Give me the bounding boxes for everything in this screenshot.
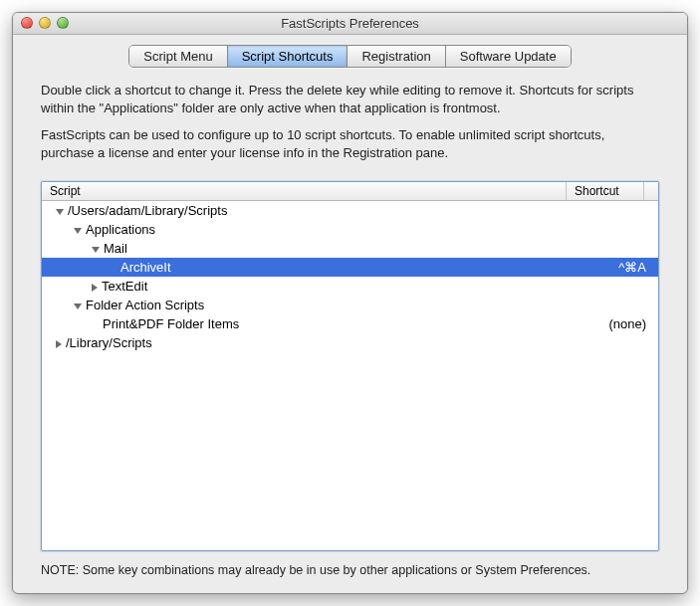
row-text: ArchiveIt xyxy=(120,260,171,275)
scripts-table[interactable]: Script Shortcut /Users/adam/Library/Scri… xyxy=(41,181,659,551)
column-header-shortcut[interactable]: Shortcut xyxy=(567,182,644,200)
window-title: FastScripts Preferences xyxy=(281,16,419,31)
tabs: Script MenuScript ShortcutsRegistrationS… xyxy=(128,45,571,68)
row-label: TextEdit xyxy=(42,279,573,294)
window-controls xyxy=(21,17,69,29)
row-shortcut[interactable]: (none) xyxy=(573,316,652,331)
titlebar[interactable]: FastScripts Preferences xyxy=(13,13,687,35)
zoom-icon[interactable] xyxy=(57,17,69,29)
row-text: Mail xyxy=(104,241,127,256)
description-p2: FastScripts can be used to configure up … xyxy=(41,126,659,161)
row-label: Applications xyxy=(42,222,573,237)
table-row[interactable]: Applications xyxy=(42,220,658,239)
tab-script-menu[interactable]: Script Menu xyxy=(129,46,227,67)
table-row[interactable]: TextEdit xyxy=(42,277,658,296)
row-text: Folder Action Scripts xyxy=(86,298,204,312)
table-row[interactable]: ArchiveIt^⌘A xyxy=(42,258,658,277)
tabbar: Script MenuScript ShortcutsRegistrationS… xyxy=(41,45,659,68)
description: Double click a shortcut to change it. Pr… xyxy=(41,82,659,171)
table-row[interactable]: Print&PDF Folder Items(none) xyxy=(42,314,658,333)
disclosure-right-icon[interactable] xyxy=(92,284,98,292)
row-text: /Library/Scripts xyxy=(66,335,152,350)
row-text: /Users/adam/Library/Scripts xyxy=(68,203,227,218)
row-label: ArchiveIt xyxy=(42,260,573,275)
disclosure-right-icon[interactable] xyxy=(56,340,62,348)
table-body[interactable]: /Users/adam/Library/ScriptsApplicationsM… xyxy=(42,201,658,550)
tab-registration[interactable]: Registration xyxy=(348,46,445,67)
footer-note: NOTE: Some key combinations may already … xyxy=(41,563,659,577)
tab-software-update[interactable]: Software Update xyxy=(446,46,571,67)
table-row[interactable]: Mail xyxy=(42,239,658,258)
row-label: Print&PDF Folder Items xyxy=(42,316,573,331)
disclosure-down-icon[interactable] xyxy=(56,209,64,215)
disclosure-down-icon[interactable] xyxy=(74,303,82,309)
row-label: Folder Action Scripts xyxy=(42,298,573,312)
row-text: Applications xyxy=(86,222,155,237)
row-label: Mail xyxy=(42,241,573,256)
preferences-window: FastScripts Preferences Script MenuScrip… xyxy=(12,12,688,594)
table-row[interactable]: Folder Action Scripts xyxy=(42,296,658,314)
row-label: /Users/adam/Library/Scripts xyxy=(42,203,573,218)
table-row[interactable]: /Users/adam/Library/Scripts xyxy=(42,201,658,220)
close-icon[interactable] xyxy=(21,17,33,29)
column-header-spacer xyxy=(644,182,658,200)
description-p1: Double click a shortcut to change it. Pr… xyxy=(41,82,659,116)
row-text: Print&PDF Folder Items xyxy=(103,316,239,331)
column-header-script[interactable]: Script xyxy=(42,182,567,200)
table-row[interactable]: /Library/Scripts xyxy=(42,333,658,352)
content: Script MenuScript ShortcutsRegistrationS… xyxy=(13,35,687,593)
tab-script-shortcuts[interactable]: Script Shortcuts xyxy=(228,46,349,67)
row-label: /Library/Scripts xyxy=(42,335,573,350)
row-shortcut[interactable]: ^⌘A xyxy=(573,260,652,275)
row-text: TextEdit xyxy=(102,279,147,294)
disclosure-down-icon[interactable] xyxy=(92,247,100,253)
minimize-icon[interactable] xyxy=(39,17,51,29)
disclosure-down-icon[interactable] xyxy=(74,228,82,234)
table-header: Script Shortcut xyxy=(42,182,658,201)
